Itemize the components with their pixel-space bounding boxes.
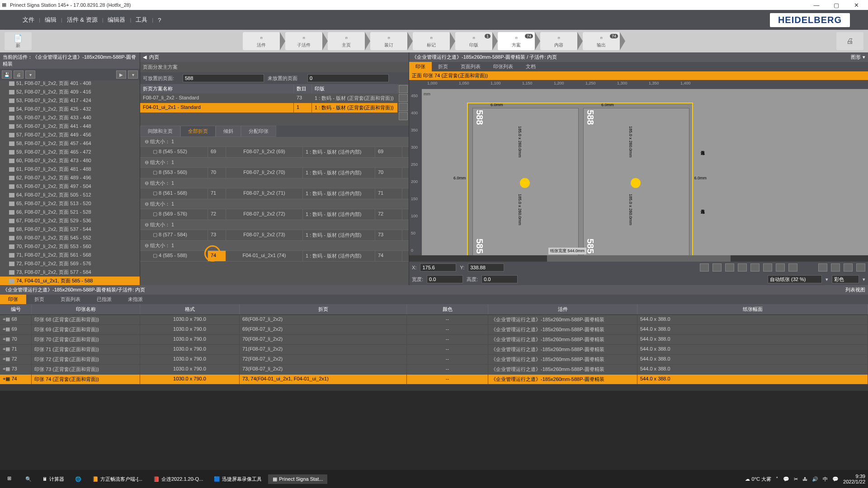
tray-date[interactable]: 2022/1/22 bbox=[843, 479, 865, 484]
right-tab-2[interactable]: 页面列表 bbox=[454, 62, 487, 71]
fold-row[interactable]: ▢ 8 (569 - 576)72F08-07_li_2x2 (72)1 : 数… bbox=[140, 209, 409, 220]
scheme-btn-2[interactable] bbox=[399, 94, 408, 102]
save-icon[interactable]: 💾 bbox=[2, 70, 12, 79]
bottom-tab-2[interactable]: 页面列表 bbox=[52, 295, 89, 304]
tree-item[interactable]: 64, F08-07_li_2x2, 页面 505 - 512 bbox=[0, 191, 140, 199]
zoom-select[interactable] bbox=[768, 275, 822, 283]
tray-network-icon[interactable]: 🖧 bbox=[802, 476, 807, 482]
tree-item[interactable]: 60, F08-07_li_2x2, 页面 473 - 480 bbox=[0, 156, 140, 165]
tree-item[interactable]: 56, F08-07_li_2x2, 页面 441 - 448 bbox=[0, 122, 140, 131]
tree-item[interactable]: 73, F08-07_li_2x2, 页面 577 - 584 bbox=[0, 268, 140, 277]
taskbar-app-4[interactable]: ▦ Prinect Signa Stat... bbox=[268, 474, 327, 484]
right-tab-0[interactable]: 印张 bbox=[409, 62, 432, 71]
menu-resources[interactable]: 活件 & 资源 bbox=[62, 16, 102, 24]
fold-group[interactable]: ⊖ 组大小： 1 bbox=[140, 137, 409, 147]
tool-icon[interactable] bbox=[831, 263, 840, 272]
tool-icon[interactable] bbox=[818, 263, 827, 272]
tree-item[interactable]: 63, F08-07_li_2x2, 页面 497 - 504 bbox=[0, 182, 140, 191]
nav-step-2[interactable]: ▫主页 bbox=[328, 32, 365, 50]
tree-item[interactable]: 61, F08-07_li_2x2, 页面 481 - 488 bbox=[0, 165, 140, 174]
fold-row[interactable]: ▢ 8 (545 - 552)69F08-07_li_2x2 (69)1 : 数… bbox=[140, 147, 409, 158]
right-tab-4[interactable]: 文档 bbox=[519, 62, 542, 71]
fold-row[interactable]: ▢ 8 (553 - 560)70F08-07_li_2x2 (70)1 : 数… bbox=[140, 168, 409, 178]
bottom-tab-4[interactable]: 未指派 bbox=[120, 295, 151, 304]
start-button[interactable]: ⊞ bbox=[3, 474, 19, 484]
tool-icon[interactable] bbox=[712, 263, 722, 272]
unplaced-input[interactable] bbox=[307, 74, 389, 82]
fold-row[interactable]: ▢ 8 (577 - 584)73F08-07_li_2x2 (73)1 : 数… bbox=[140, 230, 409, 241]
scheme-btn-1[interactable] bbox=[399, 85, 408, 93]
bottom-scrollbar[interactable] bbox=[0, 385, 868, 391]
scheme-btn-4[interactable] bbox=[399, 112, 408, 120]
data-row[interactable]: +▦ 68印张 68 (正背套(正面和背面))1030.0 x 790.068(… bbox=[0, 315, 868, 325]
nav-step-0[interactable]: ▫活件 bbox=[243, 32, 280, 50]
data-row[interactable]: +▦ 69印张 69 (正背套(正面和背面))1030.0 x 790.069(… bbox=[0, 325, 868, 335]
down-icon[interactable]: ▾ bbox=[128, 70, 138, 79]
tool-icon[interactable] bbox=[763, 263, 772, 272]
center-tab-2[interactable]: 倾斜 bbox=[216, 126, 241, 137]
tray-notification-icon[interactable]: 💬 bbox=[832, 476, 839, 482]
nav-step-1[interactable]: ▫子活件 bbox=[285, 32, 322, 50]
data-row[interactable]: +▦ 70印张 70 (正背套(正面和背面))1030.0 x 790.070(… bbox=[0, 335, 868, 345]
weather-widget[interactable]: ☁ 0°C 大雾 bbox=[745, 476, 771, 483]
center-tab-3[interactable]: 分配印张 bbox=[241, 126, 276, 137]
tray-time[interactable]: 9:39 bbox=[843, 474, 865, 479]
tree-item[interactable]: 53, F08-07_li_2x2, 页面 417 - 424 bbox=[0, 96, 140, 105]
tree-item[interactable]: 67, F08-07_li_2x2, 页面 529 - 536 bbox=[0, 216, 140, 225]
nav-step-4[interactable]: ▫标记 bbox=[413, 32, 450, 50]
nav-step-6[interactable]: ▫方案74 bbox=[498, 32, 535, 50]
menu-help[interactable]: ? bbox=[153, 17, 165, 23]
tool-icon[interactable] bbox=[700, 263, 709, 272]
tree-item[interactable]: 54, F08-07_li_2x2, 页面 425 - 432 bbox=[0, 105, 140, 113]
tree-item[interactable]: 52, F08-07_li_2x2, 页面 409 - 416 bbox=[0, 88, 140, 96]
nav-step-3[interactable]: ▫装订 bbox=[370, 32, 407, 50]
data-row[interactable]: +▦ 73印张 73 (正背套(正面和背面))1030.0 x 790.073(… bbox=[0, 365, 868, 375]
back-icon[interactable]: ◀ bbox=[143, 54, 146, 60]
fold-group[interactable]: ⊖ 组大小： 1 bbox=[140, 158, 409, 168]
menu-tools[interactable]: 工具 bbox=[131, 16, 152, 24]
nav-new[interactable]: 📄 新 bbox=[5, 32, 32, 50]
right-tab-1[interactable]: 折页 bbox=[432, 62, 454, 71]
nav-step-7[interactable]: ▫内容 bbox=[540, 32, 577, 50]
center-tab-1[interactable]: 全部折页 bbox=[180, 126, 216, 137]
nav-step-8[interactable]: ▫输出74 bbox=[583, 32, 620, 50]
scheme-row[interactable]: F08-07_li_2x2 - Standard731 : 数码 - 版材 (正… bbox=[140, 94, 398, 103]
data-row[interactable]: +▦ 72印张 72 (正背套(正面和背面))1030.0 x 790.072(… bbox=[0, 355, 868, 365]
placed-input[interactable] bbox=[183, 74, 264, 82]
tool-icon[interactable] bbox=[725, 263, 734, 272]
tree-item[interactable]: 72, F08-07_li_2x2, 页面 569 - 576 bbox=[0, 259, 140, 268]
tray-wechat-icon[interactable]: 💬 bbox=[783, 476, 789, 482]
taskbar-app-3[interactable]: 🟦 迅捷屏幕录像工具 bbox=[209, 474, 266, 484]
tree-item[interactable]: 55, F08-07_li_2x2, 页面 433 - 440 bbox=[0, 113, 140, 122]
maximize-button[interactable]: ▢ bbox=[826, 2, 846, 9]
tray-volume-icon[interactable]: 🔊 bbox=[812, 476, 818, 482]
right-header-mode[interactable]: 图形 bbox=[851, 54, 861, 61]
play-icon[interactable]: ▶ bbox=[116, 70, 126, 79]
tray-screenshot-icon[interactable]: ✂ bbox=[794, 476, 798, 482]
coord-x[interactable] bbox=[420, 263, 456, 272]
tool-icon[interactable] bbox=[750, 263, 760, 272]
data-row[interactable]: +▦ 71印张 71 (正背套(正面和背面))1030.0 x 790.071(… bbox=[0, 345, 868, 355]
fold-group[interactable]: ⊖ 组大小： 1 bbox=[140, 220, 409, 230]
print-icon[interactable]: 🖨 bbox=[14, 70, 24, 79]
tree-item[interactable]: 51, F08-07_li_2x2, 页面 401 - 408 bbox=[0, 80, 140, 88]
tool-icon[interactable] bbox=[788, 263, 797, 272]
tree-item[interactable]: 68, F08-07_li_2x2, 页面 537 - 544 bbox=[0, 225, 140, 234]
bottom-tab-0[interactable]: 印张 bbox=[0, 295, 26, 304]
tray-ime-icon[interactable]: 中 bbox=[823, 476, 828, 483]
close-button[interactable]: ✕ bbox=[846, 2, 866, 9]
taskbar-app-2[interactable]: 📕 企连2022.1.20-Q... bbox=[149, 474, 208, 484]
tree-item[interactable]: 71, F08-07_li_2x2, 页面 561 - 568 bbox=[0, 251, 140, 259]
menu-editor[interactable]: 编辑器 bbox=[103, 16, 130, 24]
scheme-row[interactable]: F04-01_ui_2x1 - Standard11 : 数码 - 版材 (正背… bbox=[140, 103, 398, 113]
center-tab-0[interactable]: 间隙和主页 bbox=[140, 126, 180, 137]
coord-y[interactable] bbox=[468, 263, 504, 272]
fold-table[interactable]: ⊖ 组大小： 1▢ 8 (545 - 552)69F08-07_li_2x2 (… bbox=[140, 137, 409, 285]
fold-group[interactable]: ⊖ 组大小： 1 bbox=[140, 178, 409, 188]
minimize-button[interactable]: — bbox=[807, 2, 826, 9]
menu-edit[interactable]: 编辑 bbox=[40, 16, 61, 24]
tray-chevron-icon[interactable]: ˄ bbox=[776, 476, 778, 482]
nav-output-right[interactable]: 🖨 bbox=[836, 32, 863, 50]
tool-icon[interactable] bbox=[856, 263, 865, 272]
data-row[interactable]: +▦ 74印张 74 (正背套(正面和背面))1030.0 x 790.073,… bbox=[0, 375, 868, 385]
